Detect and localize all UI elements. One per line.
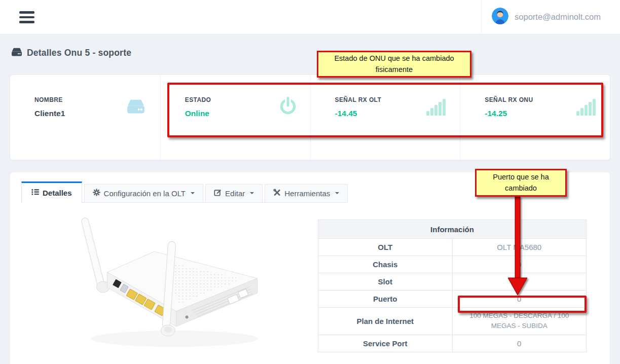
row-label: Slot bbox=[318, 273, 453, 290]
tab-herramientas[interactable]: Herramientas bbox=[265, 184, 348, 203]
row-label: OLT bbox=[318, 239, 453, 256]
table-row: Slot 11 bbox=[318, 273, 587, 290]
chevron-down-icon bbox=[191, 192, 195, 196]
row-label: Chasis bbox=[318, 256, 453, 273]
stat-senal-rx-olt: SEÑAL RX OLT -14.45 bbox=[310, 75, 460, 160]
table-row: Service Port 0 bbox=[318, 335, 587, 352]
user-email: soporte@adminolt.com bbox=[515, 12, 601, 22]
onu-summary-card: NOMBRE Cliente1 ESTADO Online bbox=[10, 75, 610, 160]
router-product-image bbox=[67, 213, 276, 364]
annotation-callout-estado: Estado de ONU que se ha cambiado fisicam… bbox=[317, 51, 471, 78]
signal-bars-icon bbox=[576, 97, 597, 118]
stat-senal-rx-onu: SEÑAL RX ONU -14.25 bbox=[460, 75, 610, 160]
device-icon bbox=[11, 47, 22, 59]
device-icon bbox=[125, 98, 147, 117]
table-row: OLT OLT MA5680 bbox=[318, 239, 587, 256]
edit-icon bbox=[214, 189, 222, 198]
table-title: Información bbox=[318, 220, 587, 239]
list-icon bbox=[31, 188, 39, 197]
signal-bars-icon bbox=[426, 97, 447, 118]
row-value: 0 bbox=[452, 290, 587, 308]
table-row: Plan de Internet 100 MEGAS - DESCARGA / … bbox=[318, 308, 587, 335]
stat-nombre: NOMBRE Cliente1 bbox=[10, 75, 160, 160]
table-row-puerto: Puerto 0 bbox=[318, 290, 587, 308]
user-menu[interactable]: soporte@adminolt.com bbox=[481, 0, 620, 34]
tab-configuracion-olt[interactable]: Configuración en la OLT bbox=[84, 184, 203, 203]
chevron-down-icon bbox=[250, 192, 254, 196]
tab-editar[interactable]: Editar bbox=[205, 184, 263, 203]
row-value: 0 bbox=[452, 256, 587, 273]
row-value: OLT MA5680 bbox=[452, 239, 587, 256]
chevron-down-icon bbox=[335, 192, 339, 196]
row-value: 11 bbox=[452, 273, 587, 290]
top-navbar: soporte@adminolt.com bbox=[0, 0, 620, 34]
row-label: Plan de Internet bbox=[318, 308, 453, 335]
tab-bar: Detalles Configuración en la OLT bbox=[21, 181, 317, 203]
row-value: 0 bbox=[452, 335, 587, 352]
row-label: Puerto bbox=[318, 290, 453, 308]
tools-icon bbox=[273, 189, 281, 198]
power-icon bbox=[279, 97, 297, 118]
row-value: 100 MEGAS - DESCARGA / 100 MEGAS - SUBID… bbox=[452, 308, 587, 335]
gear-icon bbox=[93, 189, 100, 198]
stat-estado: ESTADO Online bbox=[160, 75, 310, 160]
onu-detail-card: Detalles Configuración en la OLT bbox=[10, 172, 610, 364]
page-title: Detalles Onu 5 - soporte bbox=[11, 47, 131, 59]
annotation-callout-puerto: Puerto que se ha cambiado bbox=[475, 169, 567, 197]
table-header-row: Información bbox=[318, 220, 587, 239]
info-table: Información OLT OLT MA5680 Chasis 0 Slot… bbox=[318, 220, 587, 352]
row-label: Service Port bbox=[318, 335, 453, 352]
hamburger-menu-icon[interactable] bbox=[17, 9, 37, 26]
tab-detalles[interactable]: Detalles bbox=[21, 181, 82, 203]
user-avatar bbox=[492, 8, 508, 26]
table-row: Chasis 0 bbox=[318, 256, 587, 273]
